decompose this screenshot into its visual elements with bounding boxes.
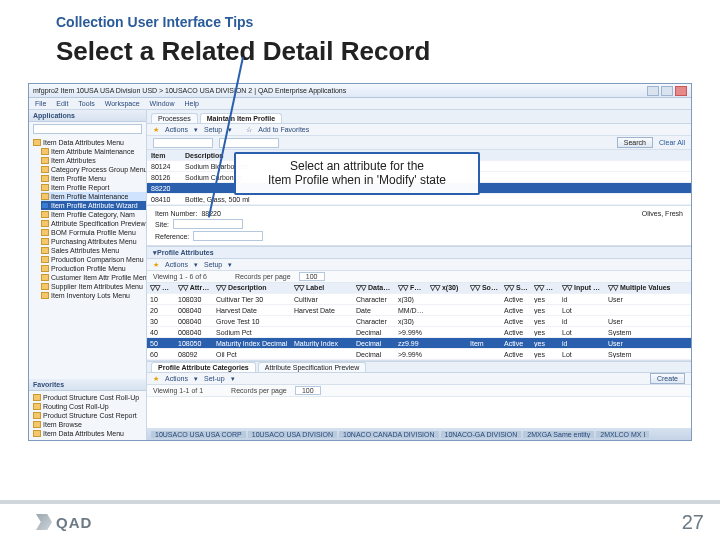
sidebar-item[interactable]: Attribute Specification Preview	[41, 219, 146, 228]
sidebar-item[interactable]: Production Profile Menu	[41, 264, 146, 273]
menu-edit[interactable]: Edit	[56, 100, 68, 107]
filter-field-2[interactable]	[219, 138, 279, 148]
profile-pager: Viewing 1 - 6 of 6 Records per page 100	[147, 271, 691, 283]
sidebar-item[interactable]: Purchasing Attributes Menu	[41, 237, 146, 246]
sidebar-favorites-header[interactable]: Favorites	[29, 379, 146, 391]
attr-col-header[interactable]: ▽▽ Attribute ID	[175, 284, 213, 292]
sidebar-item[interactable]: Supplier Item Attributes Menu	[41, 282, 146, 291]
filter-field-1[interactable]	[153, 138, 213, 148]
create-button[interactable]: Create	[650, 373, 685, 384]
search-button[interactable]: Search	[617, 137, 653, 148]
favorite-item[interactable]: Product Structure Cost Roll-Up	[33, 393, 146, 402]
statusbar: 10USACO USA USA CORP10USACO USA DIVISION…	[147, 428, 691, 440]
sidebar-applications-header[interactable]: Applications	[29, 110, 146, 122]
attr-col-header[interactable]: ▽▽ Label	[291, 284, 353, 292]
favorite-item[interactable]: Routing Cost Roll-Up	[33, 402, 146, 411]
menu-search-input[interactable]	[33, 124, 142, 134]
tab-processes[interactable]: Processes	[151, 113, 198, 123]
maximize-button[interactable]	[661, 86, 673, 96]
favorite-item[interactable]: Item Browse	[33, 420, 146, 429]
attribute-grid: ▽▽ Sequence▽▽ Attribute ID▽▽ Description…	[147, 283, 691, 361]
attr-col-header[interactable]: ▽▽ Input Method	[559, 284, 605, 292]
reference-input[interactable]	[193, 231, 263, 241]
folder-icon	[41, 166, 49, 173]
folder-icon	[41, 193, 49, 200]
sub-pager-pp-input[interactable]: 100	[295, 386, 321, 395]
sub-setup[interactable]: Set-up	[204, 375, 225, 382]
pager-viewing: Viewing 1 - 6 of 6	[153, 273, 207, 280]
status-segment[interactable]: 2MXLCO MX I	[596, 431, 649, 438]
sidebar-item[interactable]: Customer Item Attr Profile Menu	[41, 273, 146, 282]
menu-help[interactable]: Help	[184, 100, 198, 107]
attribute-row[interactable]: 30008040Grove Test 10Characterx(30)Activ…	[147, 316, 691, 327]
sidebar-item[interactable]: Category Process Group Menu	[41, 165, 146, 174]
sidebar-item[interactable]: Item Attribute Maintenance	[41, 147, 146, 156]
sidebar-item[interactable]: Item Profile Menu	[41, 174, 146, 183]
attr-col-header[interactable]: ▽▽ Format	[395, 284, 427, 292]
sidebar-item[interactable]: Item Attributes	[41, 156, 146, 165]
menu-workspace[interactable]: Workspace	[105, 100, 140, 107]
attr-col-header[interactable]: ▽▽ Description	[213, 284, 291, 292]
folder-icon	[33, 421, 41, 428]
attr-col-header[interactable]: ▽▽ Sequence	[147, 284, 175, 292]
status-segment[interactable]: 10USACO USA USA CORP	[151, 431, 246, 438]
tree-root[interactable]: Item Data Attributes Menu	[33, 138, 146, 147]
minimize-button[interactable]	[647, 86, 659, 96]
profile-attributes-header[interactable]: ▾ Profile Attributes	[147, 246, 691, 259]
favorite-item[interactable]: Product Structure Cost Report	[33, 411, 146, 420]
profile-toolbar: ★ Actions▾ Setup▾	[147, 259, 691, 271]
profile-actions[interactable]: Actions	[165, 261, 188, 268]
instruction-callout: Select an attribute for the Item Profile…	[234, 152, 480, 195]
attribute-row[interactable]: 40008040Sodium PctDecimal>9.99%Activeyes…	[147, 327, 691, 338]
sub-actions[interactable]: Actions	[165, 375, 188, 382]
menu-file[interactable]: File	[35, 100, 46, 107]
toolbar-add-favorite[interactable]: Add to Favorites	[258, 126, 309, 133]
sidebar-item[interactable]: Item Inventory Lots Menu	[41, 291, 146, 300]
menu-window[interactable]: Window	[150, 100, 175, 107]
star-icon: ★	[153, 126, 159, 134]
favorite-item[interactable]: Item Data Attributes Menu	[33, 429, 146, 438]
attribute-row[interactable]: 20008040Harvest DateHarvest DateDateMM/D…	[147, 305, 691, 316]
menu-tools[interactable]: Tools	[78, 100, 94, 107]
status-segment[interactable]: 10USACO USA DIVISION	[248, 431, 337, 438]
clear-all-link[interactable]: Clear All	[659, 139, 685, 146]
attr-col-header[interactable]: ▽▽ Multiple Values	[605, 284, 691, 292]
tab-maintain-item-profile[interactable]: Maintain Item Profile	[200, 113, 282, 123]
toolbar-setup[interactable]: Setup	[204, 126, 222, 133]
toolbar-actions[interactable]: Actions	[165, 126, 188, 133]
attribute-row[interactable]: 10108030Cultivar Tier 30CultivarCharacte…	[147, 294, 691, 305]
slide-footer: QAD 27	[0, 500, 720, 540]
attribute-row[interactable]: 50108050Maturity Index DecimalMaturity I…	[147, 338, 691, 349]
folder-icon	[41, 148, 49, 155]
window-title: mfgpro2 Item 10USA USA Division USD > 10…	[33, 87, 346, 94]
close-button[interactable]	[675, 86, 687, 96]
sidebar-item[interactable]: Item Profile Report	[41, 183, 146, 192]
site-input[interactable]	[173, 219, 243, 229]
sidebar-item[interactable]: Item Profile Category, Nam	[41, 210, 146, 219]
item-row[interactable]: 08410Bottle, Glass, 500 ml	[147, 194, 691, 205]
status-segment[interactable]: 10NACO CANADA DIVISION	[339, 431, 438, 438]
sidebar-item[interactable]: Production Comparison Menu	[41, 255, 146, 264]
star-icon: ★	[153, 261, 159, 269]
sub-pager-viewing: Viewing 1-1 of 1	[153, 387, 203, 394]
attr-col-header[interactable]: ▽▽ Datatype	[353, 284, 395, 292]
slide-title: Select a Related Detail Record	[56, 36, 720, 67]
status-segment[interactable]: 2MXGA Same entity	[523, 431, 594, 438]
attribute-row[interactable]: 6008092Oil PctDecimal>9.99%ActiveyesLotS…	[147, 349, 691, 360]
attr-col-header[interactable]: ▽▽ Level	[531, 284, 559, 292]
status-segment[interactable]: 10NACO-GA DIVISION	[441, 431, 522, 438]
pager-pp-label: Records per page	[235, 273, 291, 280]
attr-col-header[interactable]: ▽▽ Status	[501, 284, 531, 292]
sidebar-item[interactable]: Item Profile Attribute Wizard	[41, 201, 146, 210]
profile-setup[interactable]: Setup	[204, 261, 222, 268]
tab-profile-attr-categories[interactable]: Profile Attribute Categories	[151, 362, 256, 372]
sidebar-item[interactable]: Sales Attributes Menu	[41, 246, 146, 255]
window-titlebar[interactable]: mfgpro2 Item 10USA USA Division USD > 10…	[29, 84, 691, 98]
tab-attr-spec-preview[interactable]: Attribute Specification Preview	[258, 362, 367, 372]
sidebar-item[interactable]: Item Profile Maintenance	[41, 192, 146, 201]
attr-col-header[interactable]: ▽▽ Source	[467, 284, 501, 292]
qad-logo: QAD	[36, 514, 92, 531]
sidebar-item[interactable]: BOM Formula Profile Menu	[41, 228, 146, 237]
pager-pp-input[interactable]: 100	[299, 272, 325, 281]
attr-col-header[interactable]: ▽▽ x(30)	[427, 284, 467, 292]
